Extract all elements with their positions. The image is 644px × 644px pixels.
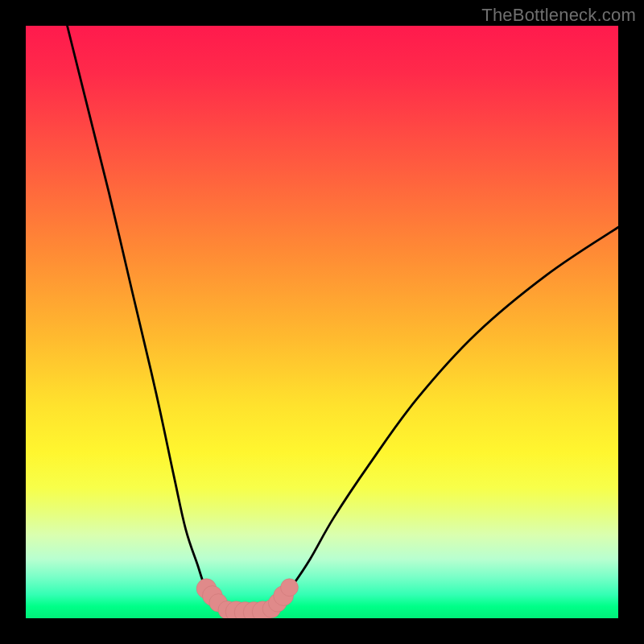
left-curve — [68, 26, 233, 613]
plot-area — [26, 26, 618, 618]
valley-beads — [196, 579, 298, 618]
curve-svg — [26, 26, 618, 618]
watermark-text: TheBottleneck.com — [481, 5, 636, 26]
chart-frame: TheBottleneck.com — [0, 0, 644, 644]
bead-marker — [281, 579, 299, 597]
right-curve — [269, 227, 618, 612]
